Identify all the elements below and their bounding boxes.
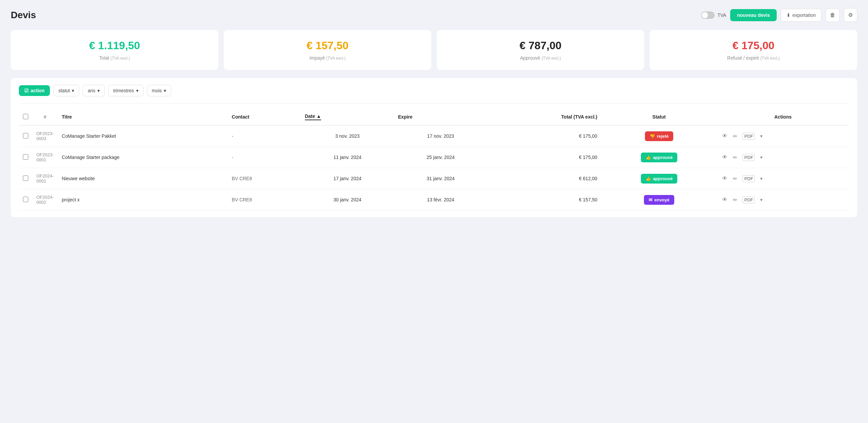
- row-checkbox-cell: [19, 189, 32, 210]
- pdf-button-1[interactable]: PDF: [741, 153, 756, 162]
- eye-icon: 👁: [722, 133, 727, 139]
- row-total: € 157,50: [487, 189, 601, 210]
- more-button-3[interactable]: ▾: [759, 196, 764, 204]
- pdf-icon: PDF: [743, 154, 755, 161]
- col-expire: Expire: [394, 109, 487, 125]
- pdf-button-0[interactable]: PDF: [741, 131, 756, 141]
- select-all-checkbox[interactable]: [23, 114, 28, 119]
- pdf-button-3[interactable]: PDF: [741, 195, 756, 205]
- chevron-down-icon: ▾: [760, 155, 763, 160]
- row-expire: 31 janv. 2024: [394, 168, 487, 189]
- action-button[interactable]: ☑ action: [19, 85, 50, 96]
- unpaid-label: Impayé (TVA excl.): [232, 55, 423, 61]
- row-checkbox-2[interactable]: [23, 175, 28, 181]
- filters-row: ☑ action statut ▾ ans ▾ trimestres ▾ moi…: [19, 85, 849, 96]
- pdf-icon: PDF: [743, 196, 755, 203]
- edit-button-2[interactable]: ✏: [732, 174, 739, 183]
- table-row: OF2023-0003 CoManage Starter Pakket - 3 …: [19, 125, 849, 147]
- row-statut: 👍 approuvé: [601, 147, 717, 168]
- chevron-down-icon: ▾: [72, 88, 74, 93]
- edit-button-3[interactable]: ✏: [732, 195, 739, 204]
- chevron-down-icon: ▾: [97, 88, 100, 93]
- row-expire: 25 janv. 2024: [394, 147, 487, 168]
- col-contact: Contact: [228, 109, 301, 125]
- summary-cards: € 1.119,50 Total (TVA excl.) € 157,50 Im…: [11, 30, 857, 70]
- view-button-3[interactable]: 👁: [721, 195, 729, 204]
- mois-filter[interactable]: mois ▾: [147, 85, 172, 96]
- tva-toggle[interactable]: [701, 11, 715, 19]
- row-statut: 👎 rejeté: [601, 125, 717, 147]
- devis-table: # Titre Contact Date ▲ Expire Total (TVA…: [19, 109, 849, 210]
- row-actions: 👁 ✏ PDF ▾: [717, 147, 849, 168]
- row-contact: -: [228, 147, 301, 168]
- row-checkbox-1[interactable]: [23, 154, 28, 160]
- delete-button[interactable]: 🗑: [826, 8, 840, 22]
- edit-button-0[interactable]: ✏: [732, 132, 739, 141]
- row-total: € 175,00: [487, 147, 601, 168]
- date-sort-label: Date ▲: [305, 113, 321, 120]
- card-unpaid: € 157,50 Impayé (TVA excl.): [224, 30, 431, 70]
- view-button-1[interactable]: 👁: [721, 153, 729, 162]
- row-titre: project x: [58, 189, 228, 210]
- pencil-icon: ✏: [733, 154, 737, 161]
- select-all-header: [19, 109, 32, 125]
- tva-label: TVA: [717, 12, 726, 18]
- edit-button-1[interactable]: ✏: [732, 153, 739, 162]
- col-titre: Titre: [58, 109, 228, 125]
- status-badge: 👍 approuvé: [641, 153, 678, 162]
- col-actions: Actions: [717, 109, 849, 125]
- col-date[interactable]: Date ▲: [301, 109, 394, 125]
- tva-toggle-group: TVA: [701, 11, 726, 19]
- table-row: OF2024-0002 project x BV CRE8 30 janv. 2…: [19, 189, 849, 210]
- total-label: Total (TVA excl.): [19, 55, 210, 61]
- unpaid-amount: € 157,50: [232, 39, 423, 52]
- pencil-icon: ✏: [733, 175, 737, 182]
- row-actions: 👁 ✏ PDF ▾: [717, 189, 849, 210]
- page-title: Devis: [11, 10, 36, 21]
- row-titre: CoManage Starter Pakket: [58, 125, 228, 147]
- row-id: OF2024-0001: [32, 168, 58, 189]
- table-row: OF2023-0001 CoManage Starter package - 1…: [19, 147, 849, 168]
- chevron-down-icon: ▾: [760, 176, 763, 181]
- row-actions: 👁 ✏ PDF ▾: [717, 125, 849, 147]
- row-expire: 13 févr. 2024: [394, 189, 487, 210]
- status-badge: ✉ envoyé: [644, 195, 674, 205]
- trash-icon: 🗑: [830, 12, 835, 18]
- eye-icon: 👁: [722, 154, 727, 160]
- ans-filter[interactable]: ans ▾: [83, 85, 105, 96]
- main-section: ☑ action statut ▾ ans ▾ trimestres ▾ moi…: [11, 78, 857, 217]
- row-titre: CoManage Starter package: [58, 147, 228, 168]
- view-button-0[interactable]: 👁: [721, 132, 729, 140]
- more-button-2[interactable]: ▾: [759, 174, 764, 183]
- row-checkbox-0[interactable]: [23, 133, 28, 138]
- statut-filter[interactable]: statut ▾: [53, 85, 79, 96]
- pdf-icon: PDF: [743, 133, 755, 140]
- chevron-down-icon: ▾: [760, 197, 763, 202]
- pencil-icon: ✏: [733, 133, 737, 139]
- row-contact: -: [228, 125, 301, 147]
- export-button[interactable]: ⬇ exportation: [781, 9, 822, 22]
- row-checkbox-3[interactable]: [23, 197, 28, 202]
- pdf-button-2[interactable]: PDF: [741, 174, 756, 184]
- row-titre: Nieuwe website: [58, 168, 228, 189]
- row-total: € 612,00: [487, 168, 601, 189]
- settings-button[interactable]: ⚙: [844, 8, 857, 22]
- trimestres-filter[interactable]: trimestres ▾: [108, 85, 143, 96]
- pencil-icon: ✏: [733, 197, 737, 203]
- row-checkbox-cell: [19, 147, 32, 168]
- col-statut: Statut: [601, 109, 717, 125]
- col-total: Total (TVA excl.): [487, 109, 601, 125]
- row-total: € 175,00: [487, 125, 601, 147]
- row-id: OF2024-0002: [32, 189, 58, 210]
- more-button-1[interactable]: ▾: [759, 153, 764, 161]
- chevron-down-icon: ▾: [136, 88, 138, 93]
- new-devis-button[interactable]: nouveau devis: [730, 9, 776, 21]
- table-divider: [19, 103, 849, 103]
- thumbs-up-icon: 👍: [646, 155, 651, 160]
- more-button-0[interactable]: ▾: [759, 132, 764, 140]
- view-button-2[interactable]: 👁: [721, 174, 729, 183]
- row-date: 3 nov. 2023: [301, 125, 394, 147]
- refused-label: Refusé / expiré (TVA excl.): [658, 55, 849, 61]
- card-refused: € 175,00 Refusé / expiré (TVA excl.): [650, 30, 857, 70]
- card-total: € 1.119,50 Total (TVA excl.): [11, 30, 218, 70]
